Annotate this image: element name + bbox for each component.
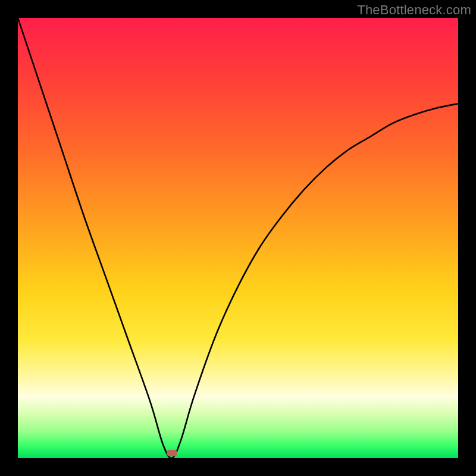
optimum-marker [167,450,177,456]
watermark-text: TheBottleneck.com [357,2,471,18]
plot-area [18,18,458,458]
chart-frame: TheBottleneck.com [0,0,476,476]
bottleneck-curve [18,18,458,458]
